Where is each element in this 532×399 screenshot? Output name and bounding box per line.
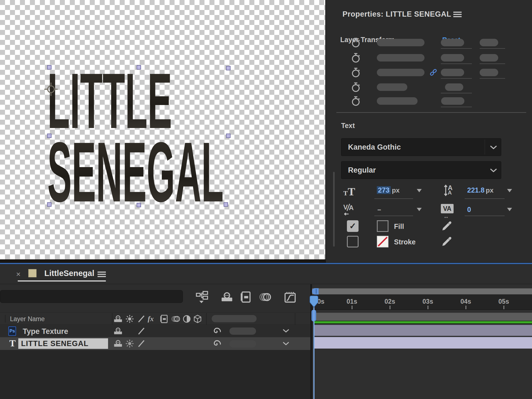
transform-value-pill[interactable]: [377, 39, 424, 46]
transform-value-pill[interactable]: [480, 39, 498, 46]
time-navigator-start-handle[interactable]: [312, 288, 319, 295]
adjustment-layer-column-icon[interactable]: [182, 314, 191, 324]
timeline-panel: × LittleSenegal 0s 01s 02s 03s 04s 05s: [0, 264, 532, 399]
tab-composition[interactable]: LittleSenegal: [44, 269, 94, 278]
panel-divider-line[interactable]: [0, 263, 532, 264]
shy-layers-icon[interactable]: [221, 291, 233, 303]
leading-dropdown-arrow[interactable]: [507, 189, 512, 192]
link-dimensions-icon[interactable]: [429, 68, 438, 76]
font-style-dropdown[interactable]: Regular: [341, 161, 501, 179]
transform-value-pill[interactable]: [445, 83, 463, 91]
layer-name-edit-field[interactable]: LITTLE SENEGAL: [18, 338, 108, 349]
parent-dropdown-pill[interactable]: [229, 340, 256, 347]
collapse-transformations-column-icon[interactable]: [125, 314, 134, 324]
effects-column-icon[interactable]: fx: [148, 315, 157, 324]
panel-menu-icon[interactable]: [453, 12, 462, 18]
fill-color-swatch[interactable]: [377, 220, 388, 232]
panel-scrollbar[interactable]: [333, 172, 335, 247]
graph-editor-icon[interactable]: [284, 291, 296, 303]
time-navigator-bar[interactable]: [312, 288, 532, 295]
stopwatch-icon[interactable]: [351, 67, 361, 78]
quality-toggle[interactable]: [137, 339, 146, 348]
frame-blend-column-icon[interactable]: [159, 314, 169, 324]
stroke-checkbox[interactable]: [347, 236, 359, 247]
leading-field[interactable]: 221.8 px: [467, 186, 493, 194]
fill-checkbox[interactable]: ✓: [347, 220, 359, 232]
stopwatch-icon[interactable]: [351, 96, 361, 107]
tab-menu-icon[interactable]: [98, 272, 106, 278]
kerning-field[interactable]: –: [377, 206, 381, 213]
text-layer-badge: T: [8, 338, 17, 349]
ruler-label: 05s: [495, 298, 512, 305]
stroke-eyedropper-icon[interactable]: [441, 235, 453, 247]
layer-list-empty-area[interactable]: [0, 350, 310, 399]
quality-column-icon[interactable]: [137, 314, 146, 324]
chevron-down-icon[interactable]: [283, 329, 289, 333]
selection-handle-mid-right[interactable]: [226, 134, 231, 138]
tracking-dropdown-arrow[interactable]: [507, 208, 512, 211]
layer-duration-bar[interactable]: [314, 325, 532, 336]
composition-viewer[interactable]: LITTLE SENEGAL: [0, 0, 325, 263]
selection-handle-top-left[interactable]: [47, 65, 52, 70]
shy-column-icon[interactable]: [113, 314, 123, 324]
section-divider: [336, 112, 526, 113]
font-size-icon: TT: [343, 185, 355, 198]
stopwatch-icon[interactable]: [351, 37, 361, 48]
quality-toggle[interactable]: [137, 326, 146, 336]
ruler-label: 02s: [382, 298, 398, 305]
tracking-arrow-icon: ↔: [443, 213, 449, 220]
selection-handle-mid-left[interactable]: [47, 134, 52, 138]
layer-name[interactable]: Type Texture: [23, 327, 68, 336]
close-icon[interactable]: ×: [16, 270, 21, 279]
anchor-point-icon[interactable]: [44, 82, 58, 96]
selection-handle-top-center[interactable]: [137, 65, 141, 70]
parent-pick-whip-icon[interactable]: [212, 326, 222, 336]
transform-value-pill[interactable]: [377, 97, 418, 105]
stopwatch-icon[interactable]: [351, 82, 361, 93]
transform-value-pill[interactable]: [377, 54, 424, 62]
motion-blur-icon[interactable]: [259, 291, 272, 303]
stroke-color-swatch[interactable]: [377, 236, 388, 247]
collapse-transformations-toggle[interactable]: [125, 339, 134, 348]
comp-title-artwork: LITTLE SENEGAL: [0, 0, 325, 263]
stopwatch-icon[interactable]: [351, 52, 361, 63]
transform-value-pill[interactable]: [377, 69, 424, 76]
shy-toggle[interactable]: [113, 326, 123, 336]
font-size-field[interactable]: 273 px: [377, 186, 400, 194]
transform-value-pill[interactable]: [480, 69, 498, 76]
kerning-dropdown-arrow[interactable]: [417, 208, 422, 211]
frame-blending-icon[interactable]: [239, 291, 252, 303]
parent-pick-whip-icon[interactable]: [212, 339, 222, 349]
selection-handle-top-right[interactable]: [226, 66, 231, 70]
timeline-search-field[interactable]: [0, 290, 183, 303]
font-size-dropdown-arrow[interactable]: [417, 189, 422, 192]
motion-blur-column-icon[interactable]: [171, 314, 180, 324]
tracking-field[interactable]: 0: [467, 206, 471, 214]
ruler-tick: [352, 306, 352, 309]
transform-value-pill[interactable]: [441, 39, 464, 46]
transform-value-pill[interactable]: [377, 83, 407, 91]
fill-label: Fill: [394, 222, 404, 231]
ruler-label: 04s: [457, 298, 474, 305]
transform-value-pill[interactable]: [480, 54, 498, 62]
transform-value-pill[interactable]: [441, 97, 464, 105]
font-family-dropdown[interactable]: Kaneda Gothic: [341, 138, 501, 156]
shy-toggle[interactable]: [113, 339, 123, 348]
transform-value-pill[interactable]: [441, 69, 464, 76]
mini-flowchart-icon[interactable]: [196, 291, 208, 303]
current-time-indicator[interactable]: [309, 295, 319, 308]
comp-color-swatch[interactable]: [28, 269, 37, 277]
3d-layer-column-icon[interactable]: [193, 314, 202, 324]
selection-handle-bottom-right[interactable]: [224, 202, 228, 207]
current-time-indicator-line[interactable]: [313, 307, 314, 399]
chevron-down-icon[interactable]: [283, 342, 289, 346]
selection-handle-bottom-left[interactable]: [47, 202, 52, 207]
fill-eyedropper-icon[interactable]: [441, 220, 453, 232]
column-layer-name[interactable]: Layer Name: [10, 315, 45, 323]
selection-handle-bottom-center[interactable]: [137, 203, 141, 207]
layer-duration-bar-selected[interactable]: [314, 337, 532, 349]
parent-dropdown-pill[interactable]: [229, 328, 256, 335]
photoshop-layer-badge: Ps: [8, 326, 16, 336]
work-area-bar[interactable]: [316, 313, 532, 321]
transform-value-pill[interactable]: [441, 54, 464, 62]
